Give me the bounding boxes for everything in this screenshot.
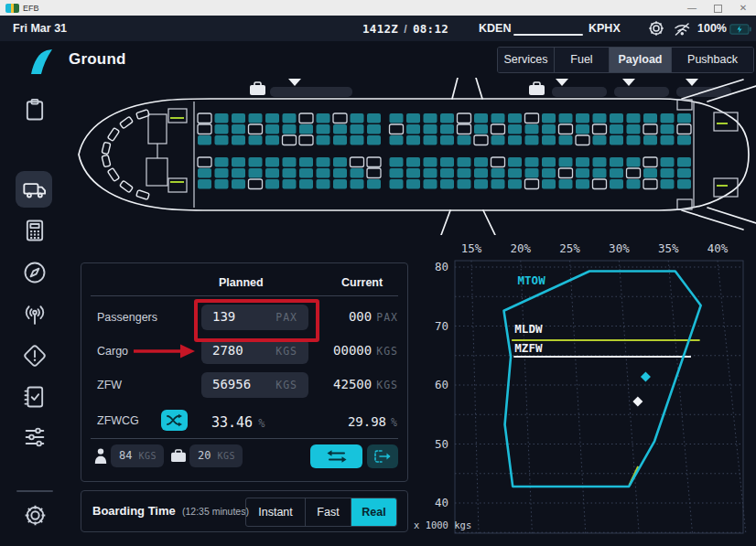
seat-occupied[interactable] [232,168,245,178]
seat-occupied[interactable] [491,179,505,189]
seat-empty[interactable] [643,124,657,134]
seat-occupied[interactable] [661,135,675,145]
seat-occupied[interactable] [351,179,364,189]
sidebar-item-navigation[interactable] [22,260,48,285]
seat-occupied[interactable] [491,135,505,145]
seat-occupied[interactable] [215,157,229,167]
seat-empty[interactable] [249,124,263,134]
seat-occupied[interactable] [508,124,522,134]
seat-occupied[interactable] [283,113,297,123]
seat-occupied[interactable] [215,168,229,178]
sidebar-item-radio[interactable] [22,302,48,327]
seat-occupied[interactable] [508,157,522,167]
seat-occupied[interactable] [559,179,573,189]
seat-occupied[interactable] [198,168,211,178]
bag-weight-input[interactable]: 20 KGS [189,444,243,467]
wifi-off-icon[interactable] [674,23,691,36]
seat-empty[interactable] [491,157,505,167]
seat-occupied[interactable] [542,124,556,134]
seat-empty[interactable] [474,135,488,145]
zfw-planned-input[interactable]: 56956 KGS [201,372,308,398]
seat-occupied[interactable] [593,168,607,178]
seat-occupied[interactable] [661,157,675,167]
seat-empty[interactable] [367,168,381,178]
seat-occupied[interactable] [458,179,471,189]
seat-occupied[interactable] [508,135,522,145]
boarding-mode-fast[interactable]: Fast [306,498,351,526]
seat-occupied[interactable] [576,124,589,134]
seat-occupied[interactable] [283,179,297,189]
seat-occupied[interactable] [299,179,313,189]
seat-occupied[interactable] [643,113,657,123]
seat-occupied[interactable] [215,124,229,134]
seat-occupied[interactable] [232,113,245,123]
seat-occupied[interactable] [265,113,279,123]
seat-empty[interactable] [491,124,505,134]
seat-empty[interactable] [458,113,471,123]
seat-occupied[interactable] [508,168,522,178]
seat-occupied[interactable] [440,124,454,134]
seat-empty[interactable] [299,113,313,123]
sidebar-item-checklist[interactable] [22,384,48,410]
seat-empty[interactable] [525,113,539,123]
seat-occupied[interactable] [299,124,313,134]
seat-occupied[interactable] [440,179,454,189]
seat-occupied[interactable] [677,113,691,123]
seat-occupied[interactable] [367,179,381,189]
seat-occupied[interactable] [440,168,454,178]
seat-occupied[interactable] [559,135,573,145]
seat-occupied[interactable] [333,135,347,145]
seat-occupied[interactable] [390,135,404,145]
seat-occupied[interactable] [215,135,229,145]
seat-occupied[interactable] [265,179,279,189]
seat-occupied[interactable] [542,113,556,123]
seat-occupied[interactable] [390,157,404,167]
seat-occupied[interactable] [677,179,691,189]
seat-empty[interactable] [299,135,313,145]
seat-occupied[interactable] [283,124,297,134]
seat-occupied[interactable] [542,157,556,167]
seat-occupied[interactable] [474,179,488,189]
tab-services[interactable]: Services [498,48,555,72]
seat-occupied[interactable] [215,113,229,123]
seat-occupied[interactable] [198,179,211,189]
seat-occupied[interactable] [542,179,556,189]
seat-occupied[interactable] [283,168,297,178]
seat-occupied[interactable] [351,135,364,145]
seat-occupied[interactable] [661,168,675,178]
seat-occupied[interactable] [593,113,607,123]
seat-occupied[interactable] [232,124,245,134]
seat-occupied[interactable] [458,157,471,167]
seat-occupied[interactable] [333,168,347,178]
seat-occupied[interactable] [317,168,330,178]
seat-occupied[interactable] [542,135,556,145]
seat-occupied[interactable] [198,135,211,145]
seat-occupied[interactable] [440,157,454,167]
seat-occupied[interactable] [458,168,471,178]
seat-occupied[interactable] [232,179,245,189]
seat-occupied[interactable] [424,157,437,167]
seat-occupied[interactable] [265,157,279,167]
seat-occupied[interactable] [265,135,279,145]
seat-occupied[interactable] [440,113,454,123]
seat-occupied[interactable] [317,157,330,167]
seat-occupied[interactable] [627,179,641,189]
seat-occupied[interactable] [643,168,657,178]
seat-empty[interactable] [367,157,381,167]
seat-occupied[interactable] [440,135,454,145]
seat-occupied[interactable] [299,157,313,167]
seat-occupied[interactable] [525,135,539,145]
seat-empty[interactable] [643,157,657,167]
seat-occupied[interactable] [424,168,437,178]
seat-occupied[interactable] [610,113,623,123]
seat-occupied[interactable] [406,157,420,167]
seat-occupied[interactable] [677,135,691,145]
seat-occupied[interactable] [525,157,539,167]
seat-occupied[interactable] [317,135,330,145]
seat-occupied[interactable] [525,124,539,134]
seat-occupied[interactable] [333,157,347,167]
seat-occupied[interactable] [610,135,623,145]
seat-occupied[interactable] [317,124,330,134]
seat-occupied[interactable] [317,179,330,189]
seat-occupied[interactable] [390,113,404,123]
